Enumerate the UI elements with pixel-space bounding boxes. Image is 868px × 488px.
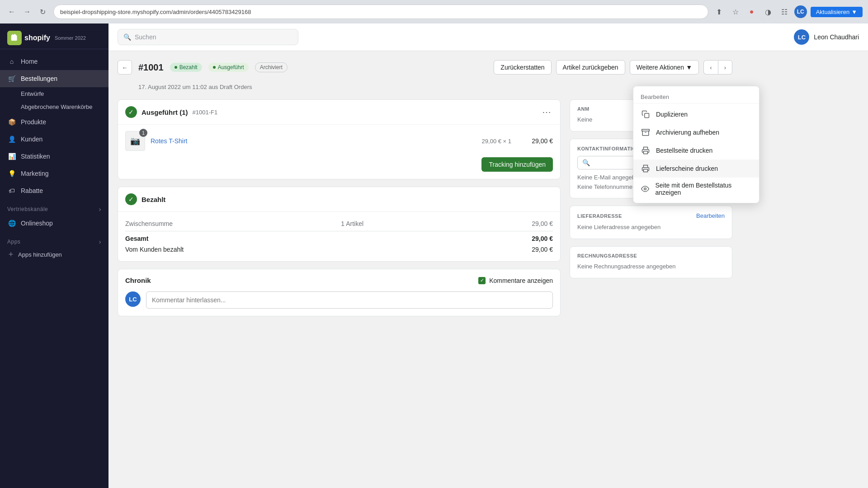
no-billing-text: Keine Rechnungsadresse angegeben — [577, 262, 725, 272]
kommentare-checkbox[interactable]: ✓ — [478, 277, 486, 284]
opera-icon[interactable]: ● — [745, 5, 758, 18]
sidebar-item-rabatte-label: Rabatte — [21, 187, 43, 194]
eye-icon — [641, 184, 650, 194]
next-order-button[interactable]: › — [718, 60, 732, 75]
sidebar-header: shopify Sommer 2022 — [0, 23, 108, 49]
profile-icon[interactable]: LC — [794, 5, 807, 18]
apps-add-button[interactable]: + Apps hinzufügen — [0, 247, 108, 262]
chronik-title: Chronik — [125, 277, 151, 284]
products-icon: 📦 — [7, 117, 16, 127]
svg-point-5 — [644, 188, 646, 190]
order-number: #1001 — [138, 62, 164, 73]
url-text: beispiel-dropshipping-store.myshopify.co… — [60, 9, 251, 15]
dropdown-item-bestellseite[interactable]: Bestellseite drucken — [633, 141, 759, 160]
payment-card-header: ✓ Bezahlt — [118, 187, 560, 212]
forward-nav-button[interactable]: → — [21, 5, 33, 18]
delivery-edit-link[interactable]: Bearbeiten — [696, 212, 725, 219]
sidebar-item-kunden-label: Kunden — [21, 136, 42, 143]
total-label: Gesamt — [125, 235, 148, 242]
dropdown-item-status[interactable]: Seite mit dem Bestellstatus anzeigen — [633, 178, 759, 200]
share-icon[interactable]: ⬆ — [713, 5, 726, 18]
dropdown-item-lieferscheine-label: Lieferscheine drucken — [656, 165, 718, 172]
product-image: 📷 1 — [125, 131, 145, 151]
sidebar-item-marketing[interactable]: 💡 Marketing — [0, 165, 108, 182]
badge-paid: Bezahlt — [170, 63, 202, 72]
fulfilled-order-id: #1001-F1 — [193, 109, 218, 116]
clearfix: Tracking hinzufügen — [118, 157, 560, 179]
apps-chevron[interactable]: › — [99, 238, 101, 245]
total-row: Gesamt 29,00 € — [125, 231, 553, 244]
marketing-icon: 💡 — [7, 169, 16, 178]
payment-details: Zwischensumme 1 Artikel 29,00 € Gesamt 2… — [118, 212, 560, 261]
sidebar-item-home[interactable]: ⌂ Home — [0, 53, 108, 70]
apps-section: Apps › — [0, 232, 108, 247]
no-delivery-text: Keine Lieferadresse angegeben — [577, 223, 725, 232]
sidebar-item-rabatte[interactable]: 🏷 Rabatte — [0, 182, 108, 199]
user-area: LC Leon Chaudhari — [794, 29, 859, 45]
search-placeholder: Suchen — [135, 33, 156, 41]
extensions-icon[interactable]: ◑ — [762, 5, 774, 18]
comment-input[interactable] — [146, 291, 553, 309]
billing-title: RECHNUNGSADRESSE — [577, 253, 725, 258]
sidebar-item-statistiken[interactable]: 📊 Statistiken — [0, 148, 108, 165]
fulfilled-more-button[interactable]: ⋯ — [540, 107, 553, 117]
order-actions: Zurückerstatten Artikel zurückgeben Weit… — [494, 60, 732, 75]
aktualisieren-button[interactable]: Aktualisieren ▼ — [811, 7, 863, 17]
comment-area: LC — [118, 291, 560, 316]
sidebar-icon[interactable]: ☷ — [778, 5, 791, 18]
sidebar-item-kunden[interactable]: 👤 Kunden — [0, 131, 108, 148]
shopify-logo: shopify Sommer 2022 — [7, 31, 86, 45]
address-bar[interactable]: beispiel-dropshipping-store.myshopify.co… — [53, 5, 708, 19]
refresh-nav-button[interactable]: ↻ — [36, 5, 49, 18]
payment-card: ✓ Bezahlt Zwischensumme 1 Artikel 29,00 … — [118, 187, 561, 262]
kommentare-toggle[interactable]: ✓ Kommentare anzeigen — [478, 277, 553, 284]
sidebar-item-entwerfe[interactable]: Entwürfe — [0, 87, 108, 100]
sidebar-item-bestellungen-label: Bestellungen — [21, 75, 57, 82]
sidebar-item-bestellungen[interactable]: 🛒 Bestellungen — [0, 70, 108, 87]
kommentare-label: Kommentare anzeigen — [489, 277, 553, 284]
print-delivery-icon — [641, 164, 651, 174]
sidebar-item-marketing-label: Marketing — [21, 170, 48, 177]
search-bar[interactable]: 🔍 Suchen — [118, 29, 298, 45]
badge-fulfilled: Ausgeführt — [208, 63, 249, 72]
refund-button[interactable]: Zurückerstatten — [494, 60, 551, 75]
chevron-down-icon: ▼ — [686, 64, 692, 71]
sidebar-item-onlineshop[interactable]: 🌐 Onlineshop — [0, 215, 108, 232]
subtotal-articles: 1 Artikel — [173, 220, 532, 227]
dropdown-item-status-label: Seite mit dem Bestellstatus anzeigen — [655, 182, 752, 196]
sidebar-item-produkte[interactable]: 📦 Produkte — [0, 113, 108, 131]
customer-search-icon: 🔍 — [582, 159, 590, 166]
billing-card: RECHNUNGSADRESSE Keine Rechnungsadresse … — [570, 246, 732, 278]
svg-rect-4 — [644, 169, 648, 172]
prev-order-button[interactable]: ‹ — [703, 60, 718, 75]
more-actions-button[interactable]: Weitere Aktionen ▼ — [630, 60, 699, 75]
more-actions-dropdown: Bearbeiten Duplizieren Archivierung aufh… — [633, 86, 760, 203]
shopify-name: shopify — [24, 34, 50, 42]
dropdown-item-duplizieren[interactable]: Duplizieren — [633, 105, 759, 123]
svg-rect-3 — [644, 151, 648, 154]
fulfilled-card-header: ✓ Ausgeführt (1) #1001-F1 ⋯ — [118, 100, 560, 125]
top-bar: 🔍 Suchen LC Leon Chaudhari — [108, 23, 868, 51]
browser-actions: ⬆ ☆ ● ◑ ☷ LC Aktualisieren ▼ — [713, 5, 863, 18]
sidebar-item-home-label: Home — [21, 58, 38, 65]
customers-icon: 👤 — [7, 135, 16, 144]
subtotal-label: Zwischensumme — [125, 220, 173, 227]
sidebar-item-abgebrochen[interactable]: Abgebrochene Warenkörbe — [0, 100, 108, 113]
fulfilled-title: Ausgeführt (1) — [142, 108, 188, 116]
chronik-header: Chronik ✓ Kommentare anzeigen — [118, 269, 560, 291]
product-quantity-badge: 1 — [139, 129, 147, 137]
subtotal-amount: 29,00 € — [532, 220, 553, 227]
dropdown-item-archivierung[interactable]: Archivierung aufheben — [633, 123, 759, 141]
back-button[interactable]: ← — [118, 60, 132, 75]
delivery-title-row: LIEFERADRESSE Bearbeiten — [577, 212, 725, 219]
vertriebskanaele-chevron[interactable]: › — [99, 206, 101, 213]
dropdown-item-lieferscheine[interactable]: Lieferscheine drucken — [633, 160, 759, 178]
archive-icon — [641, 127, 651, 137]
return-button[interactable]: Artikel zurückgeben — [556, 60, 625, 75]
back-nav-button[interactable]: ← — [5, 5, 18, 18]
paid-dot — [175, 66, 177, 69]
bookmark-icon[interactable]: ☆ — [729, 5, 742, 18]
svg-rect-1 — [642, 129, 650, 131]
tracking-button[interactable]: Tracking hinzufügen — [481, 157, 553, 172]
product-name[interactable]: Rotes T-Shirt — [151, 137, 476, 145]
